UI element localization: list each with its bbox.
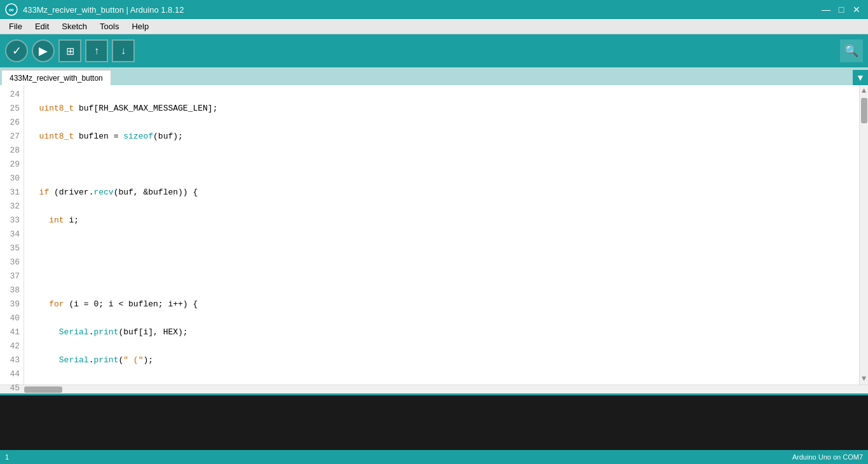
vertical-scrollbar[interactable]: ▲ ▼ — [859, 85, 868, 385]
title-bar: ∞ 433Mz_reciver_with_button | Arduino 1.… — [0, 0, 868, 19]
menu-file[interactable]: File — [3, 20, 29, 32]
code-line-25: uint8_t buflen = sizeof(buf); — [29, 130, 854, 144]
svg-text:∞: ∞ — [9, 6, 14, 13]
code-line-24: uint8_t buf[RH_ASK_MAX_MESSAGE_LEN]; — [29, 102, 854, 116]
tab-bar: 433Mz_reciver_with_button ▼ — [0, 67, 868, 85]
status-bar: 1 Arduino Uno on COM7 — [0, 450, 868, 464]
board-info: Arduino Uno on COM7 — [792, 453, 863, 461]
code-line-27: if (driver.recv(buf, &buflen)) { — [29, 186, 854, 200]
menu-edit[interactable]: Edit — [29, 20, 55, 32]
upload-button[interactable]: ▶ — [32, 39, 55, 62]
verify-button[interactable]: ✓ — [5, 39, 28, 62]
tab-433mz[interactable]: 433Mz_reciver_with_button — [1, 70, 111, 85]
horizontal-scrollbar[interactable] — [0, 385, 868, 393]
window-controls[interactable]: — □ ✕ — [820, 3, 863, 16]
code-line-33: Serial.print(" ("); — [29, 353, 854, 367]
code-editor[interactable]: uint8_t buf[RH_ASK_MAX_MESSAGE_LEN]; uin… — [24, 85, 859, 385]
code-line-26 — [29, 158, 854, 172]
menu-help[interactable]: Help — [125, 20, 155, 32]
minimize-button[interactable]: — — [820, 3, 832, 16]
window-title: 433Mz_reciver_with_button | Arduino 1.8.… — [23, 5, 184, 15]
editor-area: 24 25 26 27 28 29 30 31 32 33 34 35 36 3… — [0, 85, 868, 385]
title-bar-left: ∞ 433Mz_reciver_with_button | Arduino 1.… — [5, 3, 184, 16]
search-button[interactable]: 🔍 — [840, 39, 863, 62]
line-indicator: 1 — [5, 453, 9, 461]
code-line-29 — [29, 242, 854, 256]
code-line-32: Serial.print(buf[i], HEX); — [29, 325, 854, 339]
code-line-34: Serial.print(char(buf[i])); — [29, 381, 854, 385]
tab-label: 433Mz_reciver_with_button — [10, 74, 103, 83]
h-scrollbar-thumb[interactable] — [24, 386, 62, 393]
console-area — [0, 393, 868, 450]
close-button[interactable]: ✕ — [850, 3, 863, 16]
menu-sketch[interactable]: Sketch — [55, 20, 93, 32]
menu-tools[interactable]: Tools — [93, 20, 125, 32]
scrollbar-thumb[interactable] — [861, 98, 867, 123]
toolbar-buttons: ✓ ▶ ⊞ ↑ ↓ — [5, 39, 135, 62]
code-line-30 — [29, 270, 854, 283]
code-line-28: int i; — [29, 214, 854, 228]
line-numbers: 24 25 26 27 28 29 30 31 32 33 34 35 36 3… — [0, 85, 24, 385]
toolbar: ✓ ▶ ⊞ ↑ ↓ 🔍 — [0, 34, 868, 67]
menu-bar: File Edit Sketch Tools Help — [0, 19, 868, 34]
maximize-button[interactable]: □ — [835, 3, 848, 16]
code-line-31: for (i = 0; i < buflen; i++) { — [29, 297, 854, 311]
tab-dropdown-button[interactable]: ▼ — [853, 70, 868, 85]
open-button[interactable]: ↑ — [85, 39, 108, 62]
app-logo: ∞ — [5, 3, 18, 16]
new-button[interactable]: ⊞ — [58, 39, 81, 62]
save-button[interactable]: ↓ — [112, 39, 135, 62]
